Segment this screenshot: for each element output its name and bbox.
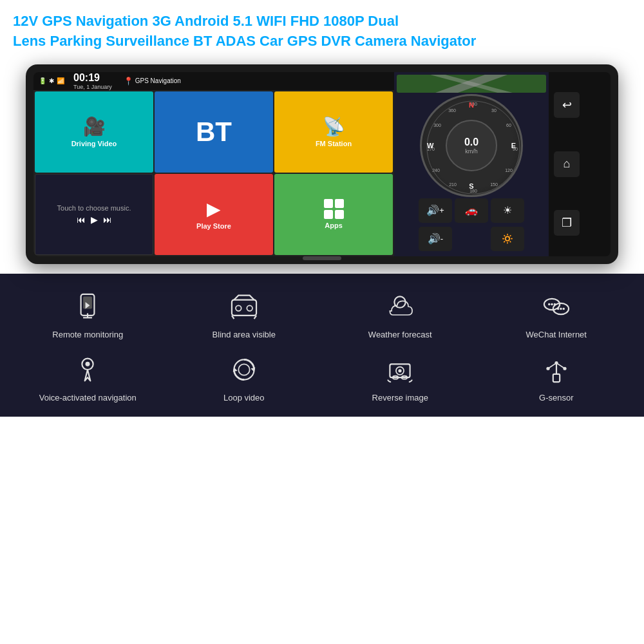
home-bar <box>303 256 341 260</box>
svg-point-27 <box>553 303 555 305</box>
svg-point-28 <box>557 307 559 309</box>
svg-text:300: 300 <box>433 123 441 128</box>
map-road-2 <box>399 75 544 93</box>
brightness-up-button[interactable]: ☀ <box>491 198 524 223</box>
tile-fm-station[interactable]: 📡 FM Station <box>274 91 393 173</box>
compass-area: 330 30 60 90 120 150 180 210 240 270 300 <box>397 94 546 197</box>
remote-monitoring-icon <box>71 290 104 323</box>
control-row: 🔊+ 🚗 ☀ <box>397 198 546 223</box>
fm-station-label: FM Station <box>316 140 352 147</box>
bluetooth-icon: ✱ <box>49 77 54 84</box>
prev-button[interactable]: ⏮ <box>77 214 86 225</box>
app-tiles-grid: 🎥 Driving Video BT 📡 FM Station Touch t <box>33 90 394 256</box>
svg-point-47 <box>563 367 566 370</box>
blind-area-icon <box>227 290 261 323</box>
status-icons: 🔋 ✱ 📶 <box>39 77 64 84</box>
svg-point-29 <box>560 307 562 309</box>
tile-bt[interactable]: BT <box>155 91 273 173</box>
next-button[interactable]: ⏭ <box>103 214 112 225</box>
wechat-label: WeChat Internet <box>526 330 587 341</box>
music-prompt: Touch to choose music. <box>57 204 131 212</box>
title-section: 12V GPS Navigation 3G Android 5.1 WIFI F… <box>0 0 644 58</box>
svg-point-30 <box>562 307 564 309</box>
compass-east: E <box>511 142 516 149</box>
feature-weather: Weather forecast <box>325 290 475 341</box>
screen-left: 🔋 ✱ 📶 00:19 Tue, 1 January 📍 GPS Navigat… <box>33 72 394 256</box>
fm-station-icon: 📡 <box>323 116 345 137</box>
tile-apps[interactable]: Apps <box>274 174 393 255</box>
blind-area-label: Blind area visible <box>213 330 276 341</box>
compass-north: N <box>469 101 474 109</box>
svg-point-41 <box>399 370 402 373</box>
bt-label: BT <box>196 117 232 147</box>
svg-text:210: 210 <box>449 182 457 187</box>
compass-south: S <box>469 182 473 190</box>
remote-monitoring-label: Remote monitoring <box>52 330 123 341</box>
gps-label: 📍 GPS Navigation <box>124 77 181 86</box>
feature-voice-nav: Voice-activated navigation <box>13 353 163 404</box>
recent-apps-button[interactable]: ❐ <box>554 210 580 236</box>
svg-point-26 <box>551 303 553 305</box>
compass-west: W <box>427 142 433 149</box>
svg-point-46 <box>546 367 549 370</box>
gsensor-icon <box>540 353 573 386</box>
apps-label: Apps <box>325 222 343 229</box>
date-display: Tue, 1 January <box>73 84 112 90</box>
svg-point-32 <box>86 362 90 366</box>
weather-label: Weather forecast <box>368 330 432 341</box>
status-bar: 🔋 ✱ 📶 00:19 Tue, 1 January 📍 GPS Navigat… <box>33 72 394 90</box>
voice-nav-icon <box>71 353 104 386</box>
music-controls: ⏮ ▶ ⏭ <box>77 214 112 225</box>
feature-gsensor: G-sensor <box>482 353 632 404</box>
driving-video-icon: 🎥 <box>83 116 106 137</box>
control-row-2: 🔊- 🔅 <box>397 227 546 251</box>
svg-point-34 <box>238 365 249 375</box>
svg-text:60: 60 <box>506 123 511 128</box>
play-button[interactable]: ▶ <box>91 214 98 225</box>
compass-ring: 330 30 60 90 120 150 180 210 240 270 300 <box>420 94 523 197</box>
svg-text:150: 150 <box>490 182 498 187</box>
reverse-label: Reverse image <box>372 393 428 404</box>
gsensor-label: G-sensor <box>539 393 573 404</box>
driving-video-label: Driving Video <box>71 140 117 147</box>
play-store-label: Play Store <box>196 222 231 230</box>
feature-wechat: WeChat Internet <box>482 290 632 341</box>
time-display: 00:19 <box>73 72 112 84</box>
spacer <box>455 227 488 251</box>
home-button[interactable]: ⌂ <box>554 151 580 177</box>
svg-text:30: 30 <box>491 108 497 113</box>
battery-icon: 🔋 <box>39 77 46 84</box>
tile-driving-video[interactable]: 🎥 Driving Video <box>35 91 153 173</box>
time-date: 00:19 Tue, 1 January <box>73 72 112 90</box>
feature-remote-monitoring: Remote monitoring <box>13 290 163 341</box>
device-wrapper: 🔋 ✱ 📶 00:19 Tue, 1 January 📍 GPS Navigat… <box>0 58 644 267</box>
vol-down-button[interactable]: 🔊- <box>419 227 452 251</box>
product-title: 12V GPS Navigation 3G Android 5.1 WIFI F… <box>13 12 631 52</box>
feature-loop-video: Loop video <box>169 353 319 404</box>
gps-pin-icon: 📍 <box>124 77 133 86</box>
tile-play-store[interactable]: ▶ Play Store <box>155 174 273 255</box>
svg-point-25 <box>548 303 550 305</box>
feature-reverse: Reverse image <box>325 353 475 404</box>
svg-rect-42 <box>553 374 560 382</box>
brightness-down-button[interactable]: 🔅 <box>491 227 524 251</box>
svg-text:120: 120 <box>505 168 513 173</box>
voice-nav-label: Voice-activated navigation <box>39 393 137 404</box>
svg-point-18 <box>236 305 242 311</box>
features-section: Remote monitoring Blind area visible Wea… <box>0 274 644 417</box>
feature-blind-area: Blind area visible <box>169 290 319 341</box>
wifi-icon: 📶 <box>57 77 64 84</box>
loop-video-label: Loop video <box>223 393 265 404</box>
svg-point-19 <box>247 305 252 311</box>
back-button[interactable]: ↩ <box>554 92 580 118</box>
screen-right: ↩ ⌂ ❐ <box>549 72 585 256</box>
loop-video-icon <box>227 353 261 386</box>
tile-music[interactable]: Touch to choose music. ⏮ ▶ ⏭ <box>35 174 153 255</box>
map-area[interactable] <box>397 75 546 93</box>
svg-point-48 <box>554 361 558 365</box>
vol-up-button[interactable]: 🔊+ <box>419 198 452 223</box>
car-button[interactable]: 🚗 <box>455 198 488 223</box>
weather-icon <box>383 290 417 323</box>
screen-center: 330 30 60 90 120 150 180 210 240 270 300 <box>394 72 549 256</box>
wechat-icon <box>540 290 573 323</box>
